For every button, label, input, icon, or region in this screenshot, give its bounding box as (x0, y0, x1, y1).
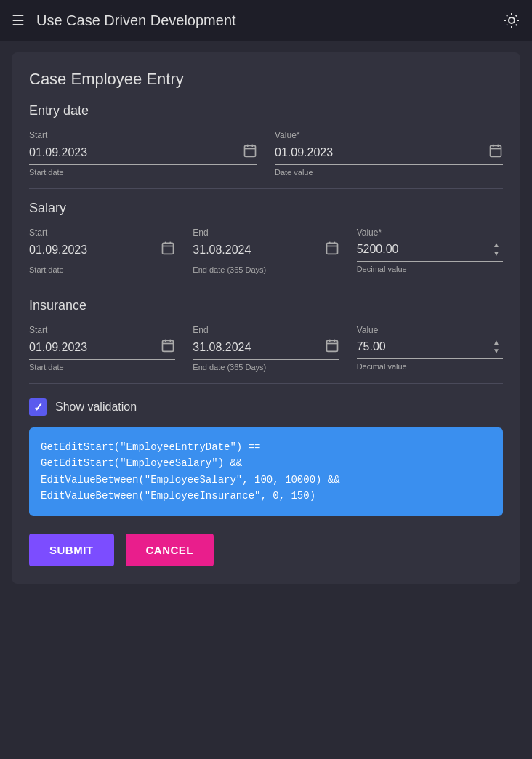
svg-rect-21 (326, 243, 337, 254)
svg-line-8 (516, 15, 517, 16)
insurance-start-input-row[interactable]: 01.09.2023 (29, 338, 175, 360)
salary-value-helper: Decimal value (357, 265, 503, 273)
salary-title: Salary (29, 201, 503, 216)
app-header: ☰ Use Case Driven Development (0, 0, 532, 41)
entry-date-value-label: Value* (275, 130, 503, 140)
insurance-value-label: Value (357, 325, 503, 335)
entry-date-value-group: Value* 01.09.2023 Date value (275, 130, 503, 177)
show-validation-checkbox[interactable]: ✓ (29, 398, 47, 416)
main-content: Case Employee Entry Entry date Start 01.… (0, 41, 532, 595)
divider-1 (29, 188, 503, 189)
entry-date-start-calendar-icon[interactable] (243, 143, 257, 161)
insurance-start-helper: Start date (29, 363, 175, 372)
salary-start-calendar-icon[interactable] (161, 241, 175, 259)
salary-end-value: 31.08.2024 (193, 244, 321, 257)
salary-value-group: Value* 5200.00 ▲ ▼ Decimal value (357, 228, 503, 274)
salary-start-group: Start 01.09.2023 Start date (29, 228, 175, 274)
insurance-value-helper: Decimal value (357, 362, 503, 371)
insurance-value-spinner[interactable]: 75.00 ▲ ▼ (357, 338, 503, 359)
svg-line-6 (516, 25, 517, 25)
settings-icon[interactable] (503, 12, 520, 29)
salary-start-value: 01.09.2023 (29, 244, 158, 257)
entry-date-title: Entry date (29, 103, 503, 119)
salary-end-calendar-icon[interactable] (325, 241, 339, 259)
insurance-end-value: 31.08.2024 (193, 341, 321, 354)
svg-rect-25 (163, 340, 174, 351)
salary-start-label: Start (29, 228, 175, 238)
insurance-end-calendar-icon[interactable] (325, 338, 339, 356)
salary-value-label: Value* (357, 228, 503, 238)
salary-value-spinner[interactable]: 5200.00 ▲ ▼ (357, 241, 503, 262)
svg-point-0 (509, 17, 515, 23)
entry-date-start-group: Start 01.09.2023 Start date (29, 130, 257, 177)
svg-rect-13 (491, 145, 501, 156)
show-validation-row: ✓ Show validation (29, 398, 503, 416)
insurance-decrement-button[interactable]: ▼ (490, 347, 503, 356)
svg-line-7 (507, 25, 507, 25)
validation-code-box: GetEditStart("EmployeeEntryDate") ==GetE… (29, 427, 503, 516)
insurance-title: Insurance (29, 298, 503, 313)
entry-date-start-value: 01.09.2023 (29, 146, 240, 159)
svg-rect-29 (326, 340, 337, 351)
salary-value-value: 5200.00 (357, 243, 490, 256)
svg-rect-9 (245, 145, 256, 156)
entry-date-value-helper: Date value (275, 168, 503, 177)
insurance-section: Insurance Start 01.09.2023 (29, 298, 503, 372)
entry-date-start-label: Start (29, 130, 257, 140)
divider-3 (29, 383, 503, 384)
insurance-end-label: End (193, 325, 339, 335)
insurance-end-helper: End date (365 Days) (193, 363, 339, 372)
insurance-value-group: Value 75.00 ▲ ▼ Decimal value (357, 325, 503, 372)
entry-date-value-input-row[interactable]: 01.09.2023 (275, 143, 503, 165)
salary-decrement-button[interactable]: ▼ (490, 249, 503, 258)
salary-end-input-row[interactable]: 31.08.2024 (193, 241, 339, 262)
salary-end-label: End (193, 228, 339, 238)
case-employee-card: Case Employee Entry Entry date Start 01.… (12, 52, 520, 584)
salary-spinner-buttons[interactable]: ▲ ▼ (490, 241, 503, 258)
entry-date-section: Entry date Start 01.09.2023 (29, 103, 503, 177)
insurance-end-group: End 31.08.2024 End date (365 Day (193, 325, 339, 372)
insurance-fields: Start 01.09.2023 Start date (29, 325, 503, 372)
menu-icon[interactable]: ☰ (12, 12, 25, 29)
svg-rect-17 (163, 243, 174, 254)
checkmark-icon: ✓ (33, 401, 43, 414)
salary-increment-button[interactable]: ▲ (490, 241, 503, 249)
app-title: Use Case Driven Development (36, 12, 491, 29)
salary-end-helper: End date (365 Days) (193, 265, 339, 274)
salary-fields: Start 01.09.2023 Start date (29, 228, 503, 274)
insurance-end-input-row[interactable]: 31.08.2024 (193, 338, 339, 360)
card-title: Case Employee Entry (29, 70, 503, 89)
salary-end-group: End 31.08.2024 End date (365 Day (193, 228, 339, 274)
cancel-button[interactable]: CANCEL (126, 534, 214, 566)
insurance-start-value: 01.09.2023 (29, 341, 158, 354)
insurance-value-value: 75.00 (357, 340, 490, 353)
salary-start-helper: Start date (29, 265, 175, 274)
validation-code-text: GetEditStart("EmployeeEntryDate") ==GetE… (41, 441, 340, 502)
entry-date-start-helper: Start date (29, 168, 257, 177)
insurance-start-calendar-icon[interactable] (161, 338, 175, 356)
salary-section: Salary Start 01.09.2023 (29, 201, 503, 274)
salary-start-input-row[interactable]: 01.09.2023 (29, 241, 175, 262)
submit-button[interactable]: SUBMIT (29, 534, 114, 566)
insurance-start-label: Start (29, 325, 175, 335)
divider-2 (29, 286, 503, 286)
entry-date-value-value: 01.09.2023 (275, 146, 485, 159)
insurance-spinner-buttons[interactable]: ▲ ▼ (490, 338, 503, 356)
entry-date-start-input-row[interactable]: 01.09.2023 (29, 143, 257, 165)
action-buttons: SUBMIT CANCEL (29, 534, 503, 566)
entry-date-fields: Start 01.09.2023 Start date (29, 130, 503, 177)
insurance-start-group: Start 01.09.2023 Start date (29, 325, 175, 372)
show-validation-label: Show validation (55, 401, 137, 414)
entry-date-value-calendar-icon[interactable] (488, 143, 503, 161)
svg-line-5 (507, 15, 507, 16)
insurance-increment-button[interactable]: ▲ (490, 338, 503, 347)
